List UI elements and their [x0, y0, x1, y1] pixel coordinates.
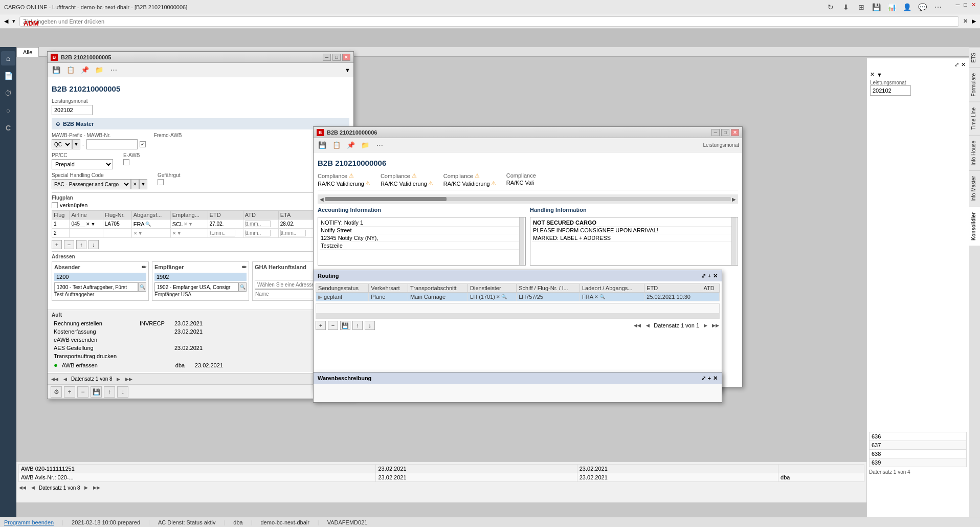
rp-x-btn[interactable]: ✕	[961, 61, 966, 68]
rp-row-636[interactable]: 636	[870, 432, 967, 441]
toolbar-icon-save[interactable]: 💾	[871, 2, 882, 13]
address-clear-btn[interactable]: ✕	[963, 18, 968, 25]
bg-empfanger-search-btn[interactable]: 🔍	[238, 282, 247, 292]
bg-absender-edit[interactable]: ✏	[142, 264, 146, 271]
mawb-prefix-btn[interactable]: ▼	[72, 139, 80, 149]
win-bg-close[interactable]: ✕	[342, 54, 350, 61]
rt-save-btn[interactable]: 💾	[340, 321, 350, 330]
win-bg-tb-paste[interactable]: 📌	[79, 64, 91, 76]
bg-eawb-cb[interactable]	[123, 159, 129, 165]
waren-add-btn[interactable]: +	[708, 375, 711, 382]
sidebar-icon-c[interactable]: C	[1, 121, 15, 135]
flug-r2-etd-input[interactable]	[210, 230, 235, 236]
bg-bt-add[interactable]: +	[64, 386, 75, 398]
awb-page-next[interactable]: ▶	[82, 484, 91, 491]
bg-gha-name-input[interactable]	[255, 289, 319, 298]
bg-absender-search-btn[interactable]: 🔍	[138, 282, 146, 292]
bg-verknupfen-cb[interactable]	[52, 202, 58, 208]
rt-add-btn[interactable]: +	[316, 321, 326, 330]
address-go-btn[interactable]: ▶	[972, 18, 976, 25]
bg-bt-up[interactable]: ↑	[104, 386, 115, 398]
hdl-scrollbar[interactable]	[731, 217, 737, 265]
awb-row-2[interactable]: AWB Avis-Nr.: 020-... 23.02.2021 23.02.2…	[19, 473, 864, 482]
rp-expand-btn[interactable]: ⤢	[954, 61, 959, 68]
toolbar-icon-more[interactable]: ⋯	[932, 2, 944, 13]
flug-remove-btn[interactable]: −	[64, 240, 74, 249]
bg-bt-down[interactable]: ↓	[117, 386, 128, 398]
bg-ppcc-select[interactable]: Prepaid	[52, 159, 113, 169]
right-tab-timeline[interactable]: Time Line	[969, 102, 980, 135]
toolbar-icon-refresh[interactable]: ↻	[825, 2, 836, 13]
bg-page-prev[interactable]: ◀	[61, 376, 69, 383]
bg-bt-save[interactable]: 💾	[91, 386, 102, 398]
toolbar-icon-message[interactable]: 💬	[917, 2, 928, 13]
rp-row-637[interactable]: 637	[870, 441, 967, 450]
rt-down-btn[interactable]: ↓	[365, 321, 375, 330]
toolbar-icon-user[interactable]: 👤	[902, 2, 913, 13]
rp-row-639[interactable]: 639	[870, 458, 967, 467]
rt-page-prev[interactable]: ◀	[643, 322, 652, 329]
flug-up-btn[interactable]: ↑	[76, 240, 86, 249]
bg-empfanger-search-input[interactable]	[154, 282, 238, 292]
scroll-nav-left[interactable]: ◀	[320, 196, 324, 202]
toolbar-icon-download[interactable]: ⬇	[840, 2, 852, 13]
rt-r1-dienst-search[interactable]: 🔍	[501, 294, 507, 299]
status-program[interactable]: Programm beenden	[4, 519, 54, 525]
awb-page-prev[interactable]: ◀	[29, 484, 37, 491]
rt-r1-ladeort-x[interactable]: ✕	[594, 294, 598, 299]
win-min-btn[interactable]: ─	[956, 2, 960, 13]
sidebar-icon-home[interactable]: ⌂	[1, 51, 15, 65]
rp-leistungsmonat-input[interactable]	[870, 85, 911, 96]
bg-empfanger-edit[interactable]: ✏	[242, 264, 247, 271]
flug-r2-atd-input[interactable]	[245, 230, 271, 236]
rp-leistungsmonat-down[interactable]: ▼	[877, 72, 882, 78]
flug-add-btn[interactable]: +	[52, 240, 62, 249]
win-bg-tb-folder[interactable]: 📁	[94, 64, 105, 76]
rt-page-next[interactable]: ▶	[701, 322, 709, 329]
bg-page-last[interactable]: ▶▶	[125, 376, 133, 383]
win-bg-tb-more[interactable]: ⋯	[108, 64, 119, 76]
right-tab-konsolidier[interactable]: Konsolidier	[969, 207, 980, 246]
rt-r1-ladeort-search[interactable]: 🔍	[599, 294, 605, 299]
scroll-nav-right[interactable]: ▶	[732, 196, 736, 202]
right-tab-ets[interactable]: ETS	[969, 47, 980, 68]
awb-page-first[interactable]: ◀◀	[18, 484, 27, 491]
bg-shc-select[interactable]: PAC - Passenger and Cargo	[52, 179, 131, 189]
right-tab-infohouse[interactable]: Info House	[969, 135, 980, 170]
right-tab-formulare[interactable]: Formulare	[969, 68, 980, 102]
fremd-awb-cb[interactable]	[140, 141, 146, 147]
mawb-nr-input[interactable]	[86, 139, 138, 149]
routing-scrollbar[interactable]	[316, 313, 719, 318]
rt-up-btn[interactable]: ↑	[352, 321, 363, 330]
win-mid-tb-folder[interactable]: 📁	[360, 140, 371, 151]
right-tab-infomaster[interactable]: Info Master	[969, 170, 980, 207]
win-mid-tb-copy[interactable]: 📋	[331, 140, 342, 151]
toolbar-icon-chart[interactable]: 📊	[886, 2, 898, 13]
flug-row-1[interactable]: 1 ✕ ▼ LA705 FRA🔍	[52, 219, 349, 229]
flug-r1-airline-input[interactable]	[71, 221, 85, 227]
flug-row-2[interactable]: 2 ✕▼ ✕▼	[52, 229, 349, 238]
bg-b2b-master-header[interactable]: ⊖ B2B Master	[52, 118, 349, 129]
win-bg-min[interactable]: ─	[323, 54, 331, 61]
flug-r1-atd-input[interactable]	[245, 221, 271, 227]
flug-r2-eta-input[interactable]	[280, 230, 306, 236]
waren-expand-btn[interactable]: ⤢	[701, 375, 706, 382]
rp-row-638[interactable]: 638	[870, 450, 967, 458]
toolbar-icon-grid[interactable]: ⊞	[856, 2, 867, 13]
rt-page-last[interactable]: ▶▶	[711, 322, 720, 329]
bg-gefahr-cb[interactable]	[158, 179, 164, 185]
sidebar-icon-circle[interactable]: ○	[1, 103, 15, 118]
routing-expand-btn[interactable]: ⤢	[701, 273, 706, 279]
win-mid-max[interactable]: □	[721, 129, 729, 136]
routing-close-btn[interactable]: ✕	[713, 273, 718, 279]
win-mid-tb-save[interactable]: 💾	[317, 140, 328, 151]
waren-close-btn[interactable]: ✕	[713, 375, 718, 382]
address-input[interactable]	[19, 16, 959, 27]
bg-bt-settings[interactable]: ⚙	[51, 386, 62, 398]
win-bg-tb-save[interactable]: 💾	[51, 64, 62, 76]
win-mid-tb-paste[interactable]: 📌	[345, 140, 357, 151]
win-mid-close[interactable]: ✕	[731, 129, 739, 136]
win-mid-min[interactable]: ─	[711, 129, 720, 136]
awb-page-last[interactable]: ▶▶	[93, 484, 101, 491]
bg-bt-remove[interactable]: −	[77, 386, 88, 398]
